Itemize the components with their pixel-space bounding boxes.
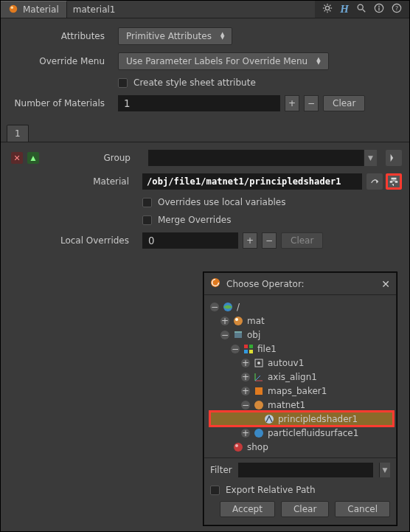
- num-materials-clear[interactable]: Clear: [323, 95, 365, 111]
- tree-item-label: shop: [247, 442, 268, 452]
- filter-label: Filter: [210, 465, 232, 475]
- tree-expander[interactable]: +: [241, 429, 250, 438]
- num-materials-plus[interactable]: +: [285, 95, 299, 111]
- mat-icon: [232, 315, 244, 327]
- stylesheet-label: Create style sheet attribute: [133, 77, 256, 88]
- tree-item-label: mat: [247, 316, 265, 326]
- svg-line-37: [255, 376, 260, 381]
- filter-dropdown-toggle[interactable]: ▼: [379, 463, 390, 477]
- h-icon[interactable]: H: [340, 3, 349, 15]
- group-dropdown-toggle[interactable]: ▼: [364, 150, 377, 166]
- close-icon[interactable]: ✕: [381, 278, 390, 290]
- axis-icon: [253, 371, 265, 383]
- material-label: Material: [11, 176, 142, 187]
- tree-item-label: particlefluidsurface1: [268, 428, 358, 438]
- operator-tree[interactable]: − / + mat − obj − file1 + autouv1: [204, 295, 396, 457]
- local-overrides-clear[interactable]: Clear: [281, 232, 323, 249]
- svg-line-8: [330, 10, 330, 11]
- material-remove-button[interactable]: ✕: [11, 152, 23, 164]
- override-menu-dropdown[interactable]: Use Parameter Labels For Override Menu ▲…: [118, 52, 329, 70]
- material-node-icon: [8, 4, 18, 16]
- tree-item-label: axis_align1: [268, 372, 317, 382]
- svg-point-1: [11, 6, 14, 9]
- svg-rect-18: [392, 178, 397, 180]
- tree-expander[interactable]: −: [220, 331, 229, 339]
- svg-rect-31: [244, 350, 248, 353]
- node-name-input[interactable]: [67, 1, 316, 18]
- svg-point-34: [257, 362, 260, 365]
- attributes-dropdown[interactable]: Primitive Attributes ▲▼: [118, 27, 232, 45]
- info-icon[interactable]: [374, 3, 384, 15]
- svg-point-26: [235, 318, 238, 321]
- tree-item-label: /: [237, 302, 240, 312]
- houdini-logo-icon: [210, 277, 220, 290]
- gear-icon[interactable]: [322, 3, 333, 15]
- local-overrides-plus[interactable]: +: [243, 232, 257, 249]
- accept-button[interactable]: Accept: [220, 501, 275, 517]
- cancel-button[interactable]: Cancel: [335, 501, 390, 517]
- merge-overrides-checkbox[interactable]: Merge Overrides: [142, 215, 231, 225]
- tree-expander[interactable]: +: [241, 359, 250, 367]
- local-overrides-input[interactable]: [142, 232, 238, 249]
- svg-rect-32: [249, 350, 253, 353]
- svg-rect-29: [244, 345, 248, 348]
- num-materials-input[interactable]: [118, 95, 280, 111]
- help-icon[interactable]: ?: [392, 3, 402, 15]
- autouv-icon: [253, 357, 265, 369]
- svg-line-12: [363, 10, 366, 13]
- shop-icon: [232, 441, 244, 453]
- folder-tab-1[interactable]: 1: [7, 125, 29, 142]
- tree-item-label: file1: [257, 344, 277, 354]
- tree-expander[interactable]: +: [241, 387, 250, 395]
- matnet-icon: [253, 399, 265, 411]
- svg-line-10: [330, 5, 330, 6]
- svg-rect-30: [249, 345, 253, 348]
- jump-to-operator-button[interactable]: [366, 173, 383, 190]
- svg-point-2: [326, 6, 330, 10]
- tree-expander[interactable]: −: [231, 345, 240, 353]
- group-select-button[interactable]: [386, 150, 402, 166]
- num-materials-label: Number of Materials: [11, 98, 118, 108]
- tree-expander[interactable]: +: [220, 317, 229, 325]
- tree-expander[interactable]: −: [241, 401, 250, 410]
- overrides-local-checkbox[interactable]: Overrides use local variables: [142, 197, 285, 207]
- svg-text:?: ?: [395, 5, 398, 12]
- tree-expander[interactable]: −: [210, 303, 219, 311]
- tree-item-selected[interactable]: principledshader1: [210, 412, 393, 426]
- svg-rect-27: [234, 333, 242, 338]
- group-input[interactable]: [148, 150, 364, 166]
- material-reorder-button[interactable]: ▲: [27, 152, 39, 164]
- svg-point-39: [254, 401, 263, 410]
- override-menu-label: Override Menu: [11, 56, 118, 66]
- local-overrides-minus[interactable]: −: [262, 232, 277, 249]
- export-relative-checkbox[interactable]: Export Relative Path: [210, 485, 390, 495]
- search-icon[interactable]: [356, 3, 366, 15]
- svg-point-25: [234, 317, 243, 325]
- operator-chooser-button[interactable]: [386, 173, 402, 190]
- chevron-updown-icon: ▲▼: [220, 32, 224, 40]
- tree-expander[interactable]: +: [241, 373, 250, 381]
- choose-operator-dialog: Choose Operator: ✕ − / + mat − obj − fil…: [204, 272, 397, 525]
- svg-point-14: [378, 6, 380, 7]
- num-materials-minus[interactable]: −: [304, 95, 319, 111]
- attributes-label: Attributes: [11, 31, 118, 41]
- filter-input[interactable]: [238, 463, 373, 477]
- tree-item-label: matnet1: [268, 400, 305, 410]
- chevron-updown-icon: ▲▼: [316, 58, 320, 65]
- stylesheet-checkbox[interactable]: Create style sheet attribute: [118, 77, 256, 88]
- svg-point-43: [235, 444, 238, 447]
- svg-line-9: [324, 10, 325, 11]
- override-menu-value: Use Parameter Labels For Override Menu: [126, 56, 308, 66]
- svg-point-11: [358, 4, 363, 10]
- svg-point-0: [10, 4, 18, 13]
- material-path-input[interactable]: [142, 173, 362, 190]
- svg-rect-38: [255, 387, 263, 395]
- node-type-label: Material: [23, 4, 59, 15]
- root-icon: [222, 301, 234, 313]
- obj-icon: [232, 329, 244, 341]
- tree-item-label: maps_baker1: [268, 386, 327, 396]
- maps-icon: [253, 385, 265, 397]
- tree-item-label: autouv1: [268, 358, 304, 368]
- clear-button[interactable]: Clear: [281, 501, 329, 517]
- node-tab[interactable]: Material: [1, 1, 67, 18]
